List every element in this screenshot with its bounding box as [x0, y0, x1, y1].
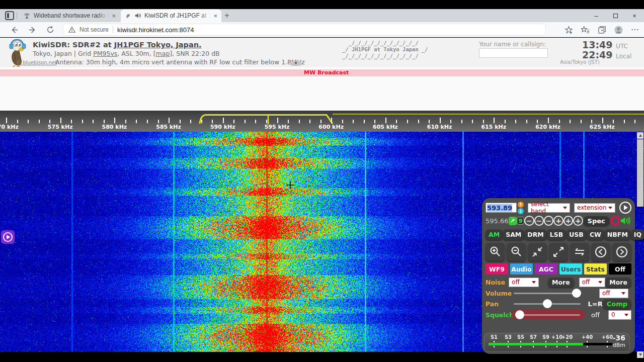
zoom-in-small-button[interactable]: + [553, 216, 563, 226]
scale-tick [472, 120, 473, 123]
panel-tab-wf9[interactable]: WF9 [486, 263, 508, 275]
volume-label: Volume [486, 290, 514, 297]
zoom-to-band-button[interactable] [528, 243, 547, 261]
close-button[interactable]: × [625, 9, 644, 22]
s-meter-tick [556, 346, 557, 347]
panel-tab-off[interactable]: Off [609, 263, 631, 275]
tab-close-icon[interactable]: × [112, 13, 116, 19]
header-collapse-button[interactable]: ▼ [290, 61, 302, 66]
s-meter-tick [545, 341, 546, 342]
pan-knob[interactable] [543, 299, 552, 308]
tab-actions-menu-icon[interactable] [5, 11, 14, 20]
scale-tick [136, 120, 137, 123]
tab-kiwisdr[interactable]: KiwiSDR of JH1PGF at Tokyo × [121, 9, 221, 22]
squelch-knob[interactable] [515, 310, 524, 319]
panel-tab-audio[interactable]: Audio [510, 263, 533, 275]
forward-button[interactable] [26, 24, 38, 36]
refresh-button[interactable] [44, 24, 56, 36]
maximize-button[interactable] [606, 9, 625, 22]
minimize-button[interactable]: – [587, 9, 606, 22]
scale-tick [440, 118, 441, 123]
noise-more-button[interactable]: More [548, 278, 574, 287]
bluebison-credit-link[interactable]: © bluebison.net [16, 60, 57, 65]
mode-lsb-button[interactable]: LSB [547, 229, 567, 240]
favorites-bar-icon[interactable] [579, 24, 591, 36]
security-status[interactable]: Not secure [79, 26, 109, 33]
noise-filter-dropdown[interactable]: off [579, 278, 606, 287]
panel-play-button[interactable] [619, 202, 631, 214]
spectrum-area[interactable] [0, 76, 644, 111]
utc-clock: 13:49 UTC [582, 39, 628, 50]
receiver-subtitle: Tokyo, Japan | Grid PM95vs, ASL 30m, [ma… [33, 50, 220, 57]
scrollbar-thumb[interactable] [637, 139, 643, 207]
not-secure-warning-icon[interactable] [68, 26, 75, 33]
frequency-down-button[interactable]: ↓ [518, 208, 524, 214]
select-band-dropdown[interactable]: select band [528, 203, 570, 213]
mode-sam-button[interactable]: SAM [503, 229, 524, 240]
tab-audio-speaker-icon[interactable] [134, 12, 141, 19]
frequency-up-button[interactable]: ↑ [518, 202, 524, 208]
scrollbar-down-button[interactable] [637, 351, 643, 358]
waterfall-zoom-out-button[interactable] [507, 243, 526, 261]
step-up-button[interactable] [612, 243, 631, 261]
add-favorite-icon[interactable] [562, 24, 575, 36]
volume-slider[interactable] [514, 288, 581, 298]
page-reload-icon[interactable] [610, 215, 620, 226]
address-bar[interactable]: Not secure kiwisdr.hirokinet.com:8074 [63, 24, 546, 36]
panel-tab-agc[interactable]: AGC [535, 263, 557, 275]
panel-tab-stats[interactable]: Stats [584, 263, 607, 275]
compression-button[interactable]: Comp [603, 299, 631, 309]
zoom-out-max-button[interactable]: − [524, 216, 534, 226]
pan-slider[interactable] [514, 299, 581, 309]
tab-close-icon[interactable]: × [213, 13, 217, 19]
volume-preset-dropdown[interactable]: off [599, 289, 628, 298]
back-button[interactable] [8, 24, 20, 36]
grid-link[interactable]: PM95vs [93, 50, 117, 57]
band-bar: MW Broadcast [0, 69, 644, 76]
waterfall-zoom-in-button[interactable] [486, 243, 505, 261]
noise-blanker-dropdown[interactable]: off [509, 278, 539, 287]
extension-dropdown[interactable]: extension [574, 203, 615, 213]
profile-avatar[interactable] [612, 24, 624, 36]
mode-nbfm-button[interactable]: NBFM [604, 229, 631, 240]
squelch-slider[interactable] [517, 310, 580, 320]
zoom-out-button[interactable]: − [534, 216, 544, 226]
callsign-input[interactable] [479, 48, 548, 58]
freq-scale[interactable]: 570 kHz575 kHz580 kHz585 kHz590 kHz595 k… [0, 111, 644, 132]
squelch-tail-dropdown[interactable]: 0 [608, 310, 631, 320]
new-tab-button[interactable]: + [222, 11, 232, 21]
scrollbar-up-button[interactable] [637, 132, 643, 139]
tab-wideband[interactable]: Wideband shortwave radio rece × [19, 9, 120, 22]
zoom-to-max-button[interactable] [549, 243, 568, 261]
zoom-out-small-button[interactable]: − [544, 216, 553, 226]
zoom-in-button[interactable]: + [564, 216, 573, 226]
zoom-in-max-button[interactable]: + [573, 216, 583, 226]
mute-speaker-icon[interactable] [620, 216, 631, 226]
tab-title: Wideband shortwave radio rece [34, 12, 109, 19]
frequency-input[interactable]: 593.89 [486, 203, 517, 213]
noise-filter-more-button[interactable]: More [605, 278, 631, 287]
mode-cw-button[interactable]: CW [587, 229, 604, 240]
map-link[interactable]: map [156, 50, 170, 57]
scale-tick [483, 120, 484, 123]
mode-usb-button[interactable]: USB [566, 229, 587, 240]
band-label[interactable]: MW Broadcast [304, 69, 349, 76]
panel-tab-users[interactable]: Users [559, 263, 582, 275]
collections-icon[interactable] [596, 24, 608, 36]
scale-label: 580 kHz [102, 124, 127, 130]
volume-knob[interactable] [572, 289, 581, 298]
scale-tick [461, 120, 462, 123]
spectrum-toggle-button[interactable]: Spec [583, 216, 610, 226]
step-down-button[interactable] [591, 243, 610, 261]
receiver-title-link[interactable]: JH1PGF Tokyo, Japan. [114, 41, 202, 49]
s-meter-scale-label: S7 [530, 334, 537, 340]
passband-swap-button[interactable] [570, 243, 589, 261]
mode-drm-button[interactable]: DRM [524, 229, 546, 240]
link-to-frequency-icon[interactable]: ↗ [509, 217, 517, 225]
scale-tick [114, 118, 115, 123]
audio-start-overlay-button[interactable] [1, 230, 15, 244]
url-text[interactable]: kiwisdr.hirokinet.com:8074 [117, 26, 194, 34]
mode-iq-button[interactable]: IQ [631, 229, 644, 240]
mode-am-button[interactable]: AM [486, 229, 503, 240]
more-menu-icon[interactable] [629, 24, 641, 36]
